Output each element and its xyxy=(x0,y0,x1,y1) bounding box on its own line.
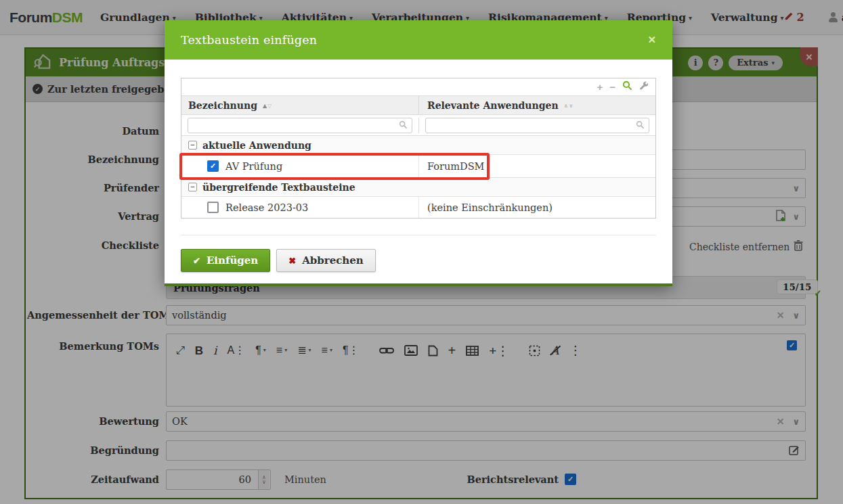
column-header-anwendungen[interactable]: Relevante Anwendungen ∧∨ xyxy=(419,96,655,114)
grid-row-release-2023-03[interactable]: Release 2023-03 (keine Einschränkungen) xyxy=(181,197,655,218)
row-name: Release 2023-03 xyxy=(225,202,308,213)
row-apps: (keine Einschränkungen) xyxy=(427,202,553,213)
row-checkbox-unchecked[interactable] xyxy=(207,202,219,213)
filter-bezeichnung-input[interactable] xyxy=(188,118,412,133)
group-row-aktuelle-anwendung[interactable]: − aktuelle Anwendung xyxy=(181,136,655,155)
row-checkbox-checked[interactable]: ✓ xyxy=(207,160,219,172)
grid-row-av-pruefung[interactable]: ✓ AV Prüfung ForumDSM xyxy=(181,155,655,178)
dialog-title: Textbaustein einfügen xyxy=(181,33,317,47)
grid-add-icon[interactable]: + xyxy=(597,82,603,92)
dialog-divider xyxy=(181,235,656,235)
textbaustein-dialog: Textbaustein einfügen ✕ + − Bezeichnung … xyxy=(165,20,672,286)
search-icon xyxy=(399,119,408,132)
grid-toolbar: + − xyxy=(181,78,655,96)
search-icon xyxy=(636,119,645,132)
group-row-uebergreifende[interactable]: − übergreifende Textbausteine xyxy=(181,178,655,197)
sort-icons: ▲▽ xyxy=(263,102,272,109)
dialog-close-icon[interactable]: ✕ xyxy=(647,34,656,46)
column-header-bezeichnung[interactable]: Bezeichnung ▲▽ xyxy=(181,96,419,114)
insert-button[interactable]: ✔ Einfügen xyxy=(181,249,270,272)
check-icon: ✔ xyxy=(193,256,200,266)
grid-filter-row xyxy=(181,115,655,136)
collapse-icon[interactable]: − xyxy=(188,183,197,191)
dialog-buttons: ✔ Einfügen ✖ Abbrechen xyxy=(181,249,376,272)
grid-search-icon[interactable] xyxy=(622,81,632,93)
textbaustein-grid: + − Bezeichnung ▲▽ Relevante Anwendungen… xyxy=(181,78,656,219)
cross-icon: ✖ xyxy=(288,256,296,266)
collapse-icon[interactable]: − xyxy=(188,141,197,150)
grid-header-row: Bezeichnung ▲▽ Relevante Anwendungen ∧∨ xyxy=(181,96,655,115)
dialog-header: Textbaustein einfügen ✕ xyxy=(165,20,672,60)
filter-anwendungen-input[interactable] xyxy=(425,118,649,133)
grid-remove-icon[interactable]: − xyxy=(609,82,615,92)
cancel-button[interactable]: ✖ Abbrechen xyxy=(276,249,375,272)
sort-icons: ∧∨ xyxy=(564,102,574,109)
grid-settings-icon[interactable] xyxy=(639,81,649,93)
row-apps: ForumDSM xyxy=(427,161,484,172)
row-name: AV Prüfung xyxy=(225,161,282,172)
